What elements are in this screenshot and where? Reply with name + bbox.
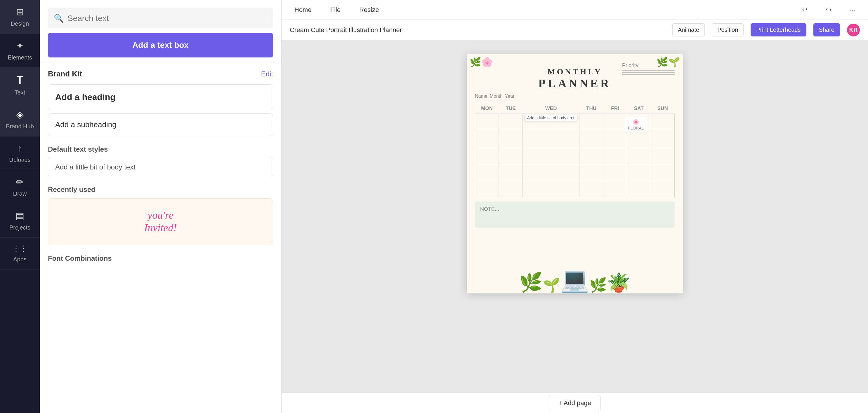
inline-tooltip: Add a little bit of body text: [525, 115, 578, 121]
sidebar-label-uploads: Uploads: [9, 157, 30, 163]
sidebar-item-projects[interactable]: ▤ Projects: [0, 204, 40, 238]
day-tue: TUE: [499, 104, 523, 113]
cal-cell: [580, 113, 603, 130]
cal-cell: [475, 181, 499, 198]
sidebar-label-elements: Elements: [8, 54, 32, 61]
share-label: Share: [819, 27, 834, 33]
add-page-button[interactable]: + Add page: [549, 395, 601, 411]
share-button[interactable]: Share: [813, 23, 840, 36]
month-label: Month: [490, 94, 503, 99]
cal-cell: [475, 164, 499, 181]
print-button[interactable]: Print Letterheads: [751, 23, 806, 36]
sidebar-item-brand-hub[interactable]: ◈ Brand Hub: [0, 103, 40, 137]
brand-kit-title: Brand Kit: [48, 69, 82, 78]
user-avatar[interactable]: KR: [847, 24, 860, 36]
panel-topbar: 🔍 Add a text box: [40, 0, 281, 62]
note-label: NOTE...: [480, 206, 499, 212]
table-row: [475, 181, 675, 198]
more-options[interactable]: ···: [846, 4, 859, 15]
text-panel: 🔍 Add a text box Brand Kit Edit Add a he…: [40, 0, 282, 413]
day-wed: WED: [523, 104, 580, 113]
cal-cell: [499, 164, 523, 181]
cal-cell: [603, 181, 627, 198]
desk-illustration: 🌿 🌱 💻 🌿 🪴: [467, 229, 683, 294]
menu-resize[interactable]: Resize: [356, 4, 382, 15]
brand-kit-header: Brand Kit Edit: [48, 69, 273, 78]
design-toolbar: Cream Cute Portrait Illustration Planner…: [282, 20, 868, 40]
cal-cell: [627, 164, 651, 181]
cal-cell: [499, 147, 523, 164]
edit-link[interactable]: Edit: [261, 70, 273, 78]
cal-cell: [651, 113, 674, 130]
cal-cell: [580, 181, 603, 198]
brand-hub-icon: ◈: [17, 109, 24, 120]
cal-cell: [651, 181, 674, 198]
sidebar-item-draw[interactable]: ✏ Draw: [0, 170, 40, 204]
canvas-area: Home File Resize ↩ ↪ ··· Cream Cute Port…: [282, 0, 868, 413]
sidebar-item-design[interactable]: ⊞ Design: [0, 0, 40, 34]
search-box[interactable]: 🔍: [48, 8, 273, 28]
add-heading-button[interactable]: Add a heading: [48, 84, 273, 110]
uploads-icon: ↑: [18, 143, 22, 154]
floral-label: FLORAL: [628, 126, 644, 130]
add-textbox-button[interactable]: Add a text box: [48, 33, 273, 58]
cal-cell: [603, 147, 627, 164]
priority-label: Priority: [622, 62, 675, 69]
body-text-label: Add a little bit of body text: [55, 163, 135, 171]
floral-decoration-top-left: 🌿🌸: [470, 57, 493, 68]
add-page-bar: + Add page: [282, 392, 868, 413]
cal-cell: [651, 130, 674, 147]
sidebar-item-apps[interactable]: ⋮⋮ Apps: [0, 238, 40, 270]
canvas-scroll[interactable]: 🌿🌸 🌿🌱 Priority MONTHLY PLANNER Name: [282, 40, 868, 392]
position-button[interactable]: Position: [712, 23, 744, 36]
sidebar-label-brand-hub: Brand Hub: [6, 123, 34, 130]
cal-cell: [499, 130, 523, 147]
menu-home[interactable]: Home: [291, 4, 315, 15]
day-mon: MON: [475, 104, 499, 113]
cal-cell: [603, 164, 627, 181]
menu-file[interactable]: File: [327, 4, 344, 15]
cal-cell: [580, 164, 603, 181]
invitation-text: you'reInvited!: [144, 209, 177, 234]
animate-label: Animate: [678, 27, 699, 33]
cal-cell: 🌸 FLORAL: [627, 147, 651, 164]
sidebar-item-uploads[interactable]: ↑ Uploads: [0, 137, 40, 170]
tool-sidebar: ⊞ Design ✦ Elements T Text ◈ Brand Hub ↑…: [0, 0, 40, 413]
body-text-button[interactable]: Add a little bit of body text: [48, 157, 273, 177]
animate-button[interactable]: Animate: [672, 23, 705, 36]
calendar-grid: MON TUE WED THU FRI SAT SUN Add a l: [475, 104, 675, 198]
add-textbox-label: Add a text box: [132, 40, 189, 50]
projects-icon: ▤: [16, 210, 24, 221]
day-sat: SAT: [627, 104, 651, 113]
sidebar-label-draw: Draw: [13, 191, 27, 197]
note-area: NOTE...: [475, 202, 675, 228]
add-page-label: + Add page: [558, 399, 591, 407]
design-icon: ⊞: [16, 6, 24, 18]
search-input[interactable]: [67, 14, 267, 23]
cal-cell: [475, 113, 499, 130]
day-fri: FRI: [603, 104, 627, 113]
cal-cell: [580, 130, 603, 147]
cal-cell: [523, 147, 580, 164]
add-subheading-button[interactable]: Add a subheading: [48, 113, 273, 136]
invitation-preview[interactable]: you'reInvited!: [48, 198, 273, 245]
recently-used-label: Recently used: [48, 185, 273, 194]
planner-card: 🌿🌸 🌿🌱 Priority MONTHLY PLANNER Name: [467, 54, 683, 294]
cal-cell: [627, 181, 651, 198]
cal-cell: [580, 147, 603, 164]
sidebar-item-elements[interactable]: ✦ Elements: [0, 34, 40, 68]
cal-cell: [475, 130, 499, 147]
default-text-section: Default text styles Add a little bit of …: [40, 142, 281, 181]
table-row: 🌸 FLORAL: [475, 147, 675, 164]
heading-label: Add a heading: [55, 92, 116, 102]
recently-used-section: Recently used you'reInvited!: [40, 181, 281, 250]
sidebar-item-text[interactable]: T Text: [0, 68, 40, 103]
floral-sticker: 🌸 FLORAL: [625, 117, 647, 132]
table-row: [475, 130, 675, 147]
table-row: [475, 164, 675, 181]
cal-cell: [627, 130, 651, 147]
font-combinations-label: Font Combinations: [48, 254, 273, 263]
redo-button[interactable]: ↪: [823, 4, 835, 15]
cal-cell: [603, 130, 627, 147]
undo-button[interactable]: ↩: [799, 4, 811, 15]
